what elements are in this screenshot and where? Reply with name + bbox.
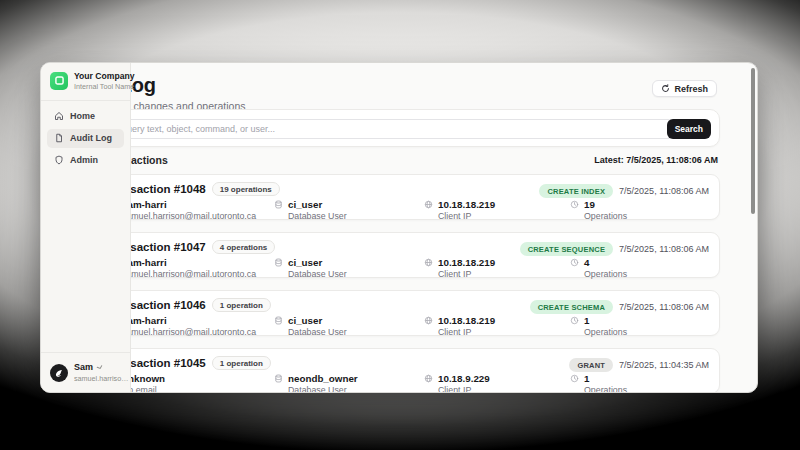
refresh-icon xyxy=(661,84,670,93)
home-icon xyxy=(54,111,64,121)
action-badge: CREATE INDEX xyxy=(539,184,613,198)
sidebar-nav: Home Audit Log Admin xyxy=(41,101,130,179)
refresh-label: Refresh xyxy=(674,84,708,94)
field-operations: 4 Operations xyxy=(570,256,627,281)
field-db-user: ci_user Database User xyxy=(274,198,347,223)
search-card: Search xyxy=(61,109,720,147)
database-icon xyxy=(274,316,283,325)
operations-count-pill: 4 operations xyxy=(212,240,276,254)
transaction-card[interactable]: Transaction #1046 1 operation CREATE SCH… xyxy=(92,290,720,336)
sidebar-user[interactable]: Sam samuel.harrison@mail.utor... xyxy=(41,352,130,392)
operations-value: 1 xyxy=(584,372,627,385)
operations-label: Operations xyxy=(584,269,627,281)
globe-icon xyxy=(424,316,433,325)
transaction-list: Transaction #1048 19 operations CREATE I… xyxy=(92,174,720,393)
transaction-timestamp: 7/5/2025, 11:04:35 AM xyxy=(619,360,709,370)
field-operations: 1 Operations xyxy=(570,372,627,393)
client-ip-value: 10.18.18.219 xyxy=(438,314,495,327)
user-email-label: samuel.harrison@mail.utoronto.ca xyxy=(122,327,256,339)
sidebar-item-audit-log[interactable]: Audit Log xyxy=(47,129,124,148)
db-user-label: Database User xyxy=(288,269,347,281)
operations-label: Operations xyxy=(584,211,627,223)
company-subtitle: Internal Tool Name xyxy=(74,82,134,91)
action-badge: GRANT xyxy=(569,358,613,372)
search-input[interactable] xyxy=(70,119,674,139)
user-email-label: samuel.harrison@mail.utoronto.ca xyxy=(122,269,256,281)
user-name: Sam xyxy=(74,362,93,374)
operations-label: Operations xyxy=(584,385,627,393)
shield-icon xyxy=(54,155,64,165)
brand-block: Your Company Internal Tool Name xyxy=(41,63,130,101)
operations-label: Operations xyxy=(584,327,627,339)
db-user-label: Database User xyxy=(288,327,347,339)
db-user-label: Database User xyxy=(288,385,358,393)
document-icon xyxy=(54,133,64,143)
action-badge: CREATE SCHEMA xyxy=(530,300,613,314)
company-name: Your Company xyxy=(74,71,134,82)
section-row: Transactions Latest: 7/5/2025, 11:08:06 … xyxy=(103,154,718,166)
sidebar-item-label: Home xyxy=(70,111,95,121)
action-badge: CREATE SEQUENCE xyxy=(520,242,613,256)
operations-value: 19 xyxy=(584,198,627,211)
db-user-label: Database User xyxy=(288,211,347,223)
clock-icon xyxy=(570,258,579,267)
clock-icon xyxy=(570,316,579,325)
app-window: Audit Log Track schema changes and opera… xyxy=(40,62,758,393)
operations-count-pill: 1 operation xyxy=(212,356,271,370)
user-avatar xyxy=(50,364,68,382)
clock-icon xyxy=(570,374,579,383)
main-content: Audit Log Track schema changes and opera… xyxy=(41,63,757,392)
search-button[interactable]: Search xyxy=(667,119,711,139)
field-client-ip: 10.18.9.229 Client IP xyxy=(424,372,490,393)
user-email: samuel.harrison@mail.utor... xyxy=(74,374,132,383)
transaction-timestamp: 7/5/2025, 11:08:06 AM xyxy=(619,186,709,196)
user-name-value: sam-harri xyxy=(122,256,256,269)
transaction-card[interactable]: Transaction #1047 4 operations CREATE SE… xyxy=(92,232,720,278)
sidebar: Your Company Internal Tool Name Home Aud… xyxy=(41,63,131,392)
transaction-timestamp: 7/5/2025, 11:08:06 AM xyxy=(619,244,709,254)
user-name-value: sam-harri xyxy=(122,198,256,211)
sidebar-item-admin[interactable]: Admin xyxy=(47,151,124,170)
transaction-card[interactable]: Transaction #1048 19 operations CREATE I… xyxy=(92,174,720,220)
db-user-value: ci_user xyxy=(288,256,347,269)
operations-count-pill: 1 operation xyxy=(212,298,271,312)
globe-icon xyxy=(424,200,433,209)
client-ip-label: Client IP xyxy=(438,327,495,339)
company-logo-icon xyxy=(50,72,68,90)
field-operations: 1 Operations xyxy=(570,314,627,339)
client-ip-value: 10.18.9.229 xyxy=(438,372,490,385)
clock-icon xyxy=(570,200,579,209)
operations-count-pill: 19 operations xyxy=(212,182,280,196)
user-name-value: sam-harri xyxy=(122,314,256,327)
globe-icon xyxy=(424,374,433,383)
field-client-ip: 10.18.18.219 Client IP xyxy=(424,256,495,281)
transaction-timestamp: 7/5/2025, 11:08:06 AM xyxy=(619,302,709,312)
operations-value: 4 xyxy=(584,256,627,269)
user-switch-icon xyxy=(96,364,104,372)
latest-timestamp: Latest: 7/5/2025, 11:08:06 AM xyxy=(594,155,718,165)
scrollbar-thumb[interactable] xyxy=(751,68,755,214)
page-background: Audit Log Track schema changes and opera… xyxy=(0,0,800,450)
db-user-value: ci_user xyxy=(288,314,347,327)
client-ip-value: 10.18.18.219 xyxy=(438,198,495,211)
sidebar-item-home[interactable]: Home xyxy=(47,107,124,126)
sidebar-item-label: Audit Log xyxy=(70,133,112,143)
client-ip-label: Client IP xyxy=(438,211,495,223)
field-db-user: ci_user Database User xyxy=(274,256,347,281)
database-icon xyxy=(274,200,283,209)
database-icon xyxy=(274,374,283,383)
field-client-ip: 10.18.18.219 Client IP xyxy=(424,314,495,339)
transaction-card[interactable]: Transaction #1045 1 operation GRANT 7/5/… xyxy=(92,348,720,393)
field-client-ip: 10.18.18.219 Client IP xyxy=(424,198,495,223)
user-email-label: samuel.harrison@mail.utoronto.ca xyxy=(122,211,256,223)
field-operations: 19 Operations xyxy=(570,198,627,223)
db-user-value: ci_user xyxy=(288,198,347,211)
refresh-button[interactable]: Refresh xyxy=(652,80,717,97)
client-ip-label: Client IP xyxy=(438,269,495,281)
operations-value: 1 xyxy=(584,314,627,327)
globe-icon xyxy=(424,258,433,267)
client-ip-label: Client IP xyxy=(438,385,490,393)
db-user-value: neondb_owner xyxy=(288,372,358,385)
field-db-user: ci_user Database User xyxy=(274,314,347,339)
field-db-user: neondb_owner Database User xyxy=(274,372,358,393)
